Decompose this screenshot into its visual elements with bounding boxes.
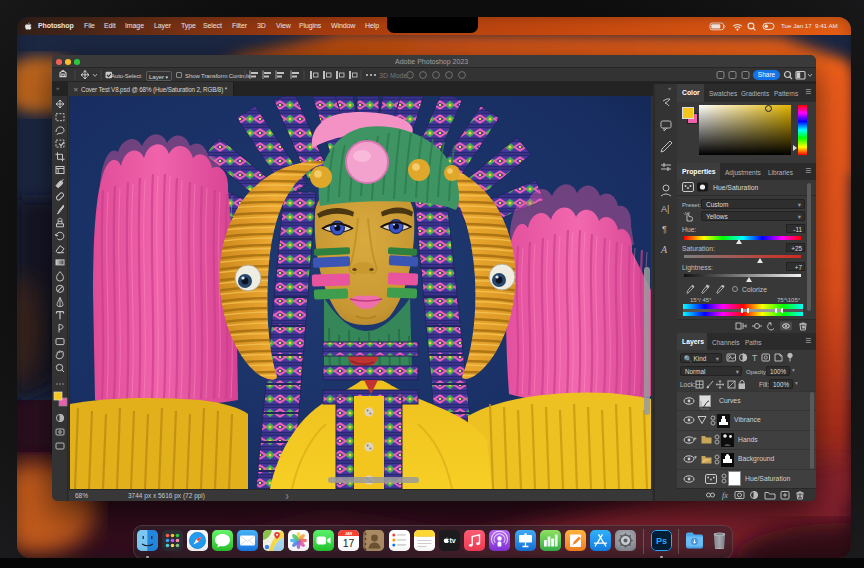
svg-text:JAN: JAN bbox=[345, 532, 353, 536]
svg-text:T: T bbox=[752, 353, 757, 363]
svg-text:3D Mode:: 3D Mode: bbox=[379, 72, 409, 79]
svg-text:fx: fx bbox=[722, 491, 728, 500]
svg-text:A: A bbox=[660, 244, 668, 255]
svg-text:tv: tv bbox=[449, 537, 455, 544]
svg-text:¶: ¶ bbox=[662, 224, 667, 234]
svg-text:Ps: Ps bbox=[655, 536, 666, 546]
svg-text:17: 17 bbox=[343, 537, 355, 549]
svg-text:A|: A| bbox=[661, 204, 669, 214]
